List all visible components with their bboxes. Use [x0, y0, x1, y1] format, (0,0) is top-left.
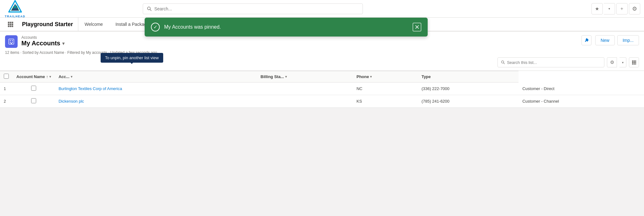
col-chevron-icon[interactable]: ▾ [49, 75, 51, 78]
svg-rect-12 [10, 26, 11, 27]
table-row: 1 Burlington Textiles Corp of America NC… [0, 82, 644, 95]
list-search-bar[interactable] [497, 57, 604, 67]
import-button[interactable]: Imp... [617, 35, 639, 45]
row-1-acc [257, 82, 353, 95]
row-1-phone: (336) 222-7000 [418, 82, 519, 95]
app-name: Playground Starter [17, 18, 78, 31]
list-view-chevron-icon[interactable]: ▾ [62, 41, 64, 46]
row-2-checkbox-cell [13, 95, 55, 108]
row-1-account-link[interactable]: Burlington Textiles Corp of America [58, 86, 122, 91]
row-1-account-name: Burlington Textiles Corp of America [55, 82, 257, 95]
logo-area: TRAILHEAD [4, 0, 26, 18]
top-right-icons: ★ ▾ ＋ ⚙ [591, 3, 640, 14]
col-acc[interactable]: Acc... ▾ [55, 71, 257, 82]
row-2-checkbox[interactable] [31, 98, 36, 103]
list-search-input[interactable] [507, 60, 601, 65]
col-type: Type [418, 71, 519, 82]
svg-rect-25 [635, 60, 636, 62]
row-2-account-name: Dickenson plc [55, 95, 257, 108]
top-bar: TRAILHEAD ★ ▾ ＋ ⚙ [0, 0, 644, 18]
list-title-area: Accounts My Accounts ▾ [21, 35, 578, 47]
svg-rect-9 [10, 24, 11, 25]
svg-line-4 [150, 9, 151, 11]
table-view-button[interactable] [629, 57, 639, 67]
main-content: Accounts My Accounts ▾ New [0, 31, 644, 216]
svg-rect-19 [11, 43, 12, 44]
select-all-column [0, 71, 13, 82]
user-menu-button[interactable]: ⚙ [629, 3, 640, 14]
row-1-checkbox-cell [13, 82, 55, 95]
col-billing-state[interactable]: Billing Sta... ▾ [257, 71, 353, 82]
svg-rect-13 [12, 26, 13, 27]
list-meta: 12 items · Sorted by Account Name · Filt… [5, 50, 639, 57]
col-phone-chevron-icon[interactable]: ▾ [370, 75, 372, 78]
svg-rect-16 [12, 40, 13, 41]
grid-icon [8, 21, 13, 27]
toast-check-icon: ✓ [151, 23, 160, 31]
select-all-checkbox[interactable] [4, 74, 9, 79]
toast-success: ✓ My Accounts was pinned. ✕ [145, 18, 428, 37]
settings-chevron-button[interactable]: ▾ [619, 57, 626, 67]
building-icon [8, 38, 15, 45]
col-phone[interactable]: Phone ▾ [353, 71, 418, 82]
header-actions: New Imp... [595, 35, 639, 45]
row-1-checkbox[interactable] [31, 86, 36, 91]
list-actions-row: ⚙ ▾ [5, 57, 639, 71]
svg-rect-27 [634, 62, 635, 63]
svg-rect-8 [8, 24, 9, 25]
svg-rect-24 [634, 60, 635, 62]
svg-rect-23 [632, 60, 633, 62]
row-1-type: Customer - Direct [519, 82, 644, 95]
tab-welcome[interactable]: Welcome [78, 18, 109, 31]
svg-rect-5 [8, 22, 9, 23]
svg-rect-15 [10, 40, 11, 41]
global-search-input[interactable] [154, 6, 359, 11]
row-number-2: 2 [0, 95, 13, 108]
row-2-account-link[interactable]: Dickenson plc [58, 99, 84, 104]
toast-message: My Accounts was pinned. [164, 24, 221, 30]
svg-rect-31 [635, 64, 636, 65]
new-button[interactable]: New [595, 35, 615, 45]
grid-view-icon [632, 60, 636, 65]
svg-rect-26 [632, 62, 633, 63]
setup-button[interactable]: ＋ [616, 3, 628, 14]
svg-rect-6 [10, 22, 11, 23]
accounts-table: Account Name ↑ ▾ Acc... ▾ Billing Sta...… [0, 71, 644, 108]
table-row: 2 Dickenson plc KS (785) 241-6200 Custom… [0, 95, 644, 108]
col-billing-chevron-icon[interactable]: ▾ [285, 75, 287, 78]
row-1-billing-state: NC [353, 82, 418, 95]
svg-line-22 [503, 63, 504, 64]
row-number-1: 1 [0, 82, 13, 95]
list-search-icon [501, 60, 505, 65]
search-icon [147, 6, 152, 11]
favorites-button[interactable]: ★ [591, 3, 603, 14]
row-2-type: Customer - Channel [519, 95, 644, 108]
global-search-bar[interactable] [143, 3, 363, 14]
accounts-object-icon [5, 35, 18, 48]
row-2-billing-state: KS [353, 95, 418, 108]
app-launcher-button[interactable] [4, 18, 17, 31]
table-header-row: Account Name ↑ ▾ Acc... ▾ Billing Sta...… [0, 71, 644, 82]
svg-rect-7 [12, 22, 13, 23]
favorites-chevron-button[interactable]: ▾ [604, 3, 615, 14]
pin-button[interactable] [581, 35, 591, 45]
svg-rect-30 [634, 64, 635, 65]
svg-rect-11 [8, 26, 9, 27]
toast-close-button[interactable]: ✕ [413, 23, 421, 31]
list-header: Accounts My Accounts ▾ New [0, 31, 644, 71]
svg-rect-10 [12, 24, 13, 25]
list-view-name: My Accounts ▾ [21, 40, 578, 47]
col-acc-chevron-icon[interactable]: ▾ [71, 75, 72, 78]
row-2-phone: (785) 241-6200 [418, 95, 519, 108]
svg-rect-17 [10, 42, 11, 43]
pin-icon [584, 38, 589, 43]
svg-rect-28 [635, 62, 636, 63]
svg-rect-29 [632, 64, 633, 65]
svg-rect-18 [12, 42, 13, 43]
col-account-name[interactable]: Account Name ↑ ▾ [13, 71, 55, 82]
row-2-acc [257, 95, 353, 108]
trailhead-logo-icon [8, 0, 23, 14]
settings-button[interactable]: ⚙ [607, 57, 617, 67]
